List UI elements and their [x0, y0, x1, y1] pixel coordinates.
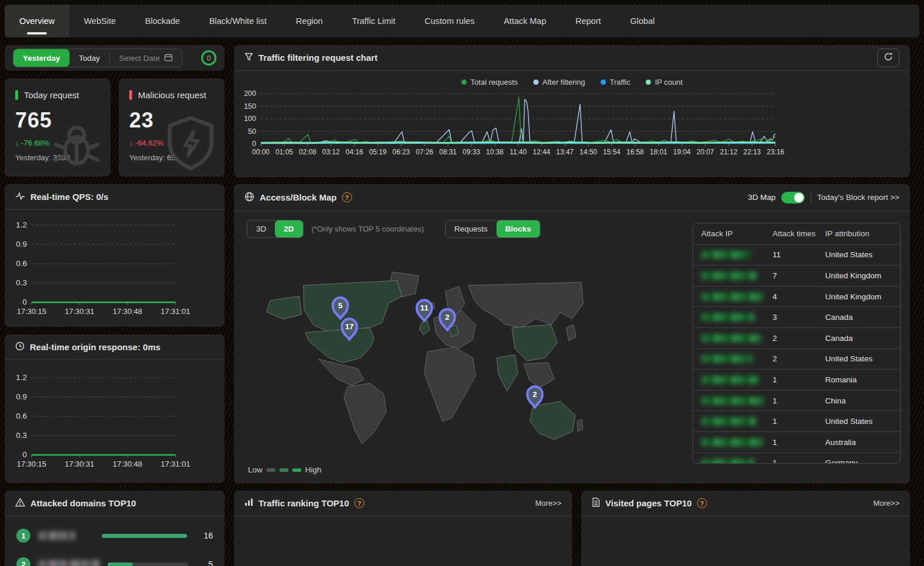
nav-tab-attack-map[interactable]: Attack Map [489, 5, 561, 37]
svg-text:17:30:31: 17:30:31 [65, 307, 95, 316]
calendar-icon [164, 53, 173, 63]
ip-attribution-value: Canada [817, 313, 900, 322]
access-block-map-panel: Access/Block Map ? 3D Map Today's Block … [234, 184, 910, 484]
visited-pages-more-link[interactable]: More>> [873, 499, 899, 508]
svg-text:01:05: 01:05 [275, 148, 293, 156]
masked-attack-ip [701, 417, 756, 425]
svg-text:21:12: 21:12 [720, 148, 737, 156]
svg-text:16:58: 16:58 [626, 148, 644, 156]
help-icon[interactable]: ? [354, 498, 364, 508]
svg-text:10:38: 10:38 [486, 148, 504, 156]
attack-times-value: 4 [764, 292, 817, 301]
svg-text:17:30:15: 17:30:15 [17, 460, 47, 468]
col-attack-ip: Attack IP [693, 229, 764, 238]
map-note: (*Only shows TOP 5 coordinates) [312, 225, 424, 233]
svg-text:100: 100 [244, 115, 256, 123]
map-legend-high-label: High [305, 465, 322, 474]
svg-text:03:12: 03:12 [322, 148, 340, 156]
attack-table-row: 4United Kingdom [693, 286, 900, 307]
date-filter-panel: Yesterday Today Select Date 0 [5, 45, 225, 71]
legend-item-total-requests[interactable]: Total requests [461, 78, 518, 87]
nav-tab-blockade[interactable]: Blockade [130, 5, 195, 37]
svg-text:17:30:48: 17:30:48 [113, 307, 143, 316]
nav-tab-custom-rules[interactable]: Custom rules [410, 5, 489, 37]
visited-pages-panel: Visited pages TOP10 ? More>> [581, 491, 910, 566]
domain-attack-count: 16 [195, 531, 213, 540]
attack-ip-table: Attack IPAttack timesIP attribution11Uni… [692, 223, 901, 464]
traffic-ranking-more-link[interactable]: More>> [535, 499, 561, 508]
svg-text:18:01: 18:01 [650, 148, 667, 156]
refresh-button[interactable] [877, 49, 899, 67]
map-2d-button[interactable]: 2D [275, 220, 302, 237]
warning-triangle-icon [15, 498, 25, 509]
map-pin-2[interactable]: 2 [527, 386, 543, 408]
red-marker [129, 90, 132, 100]
map-mode-switch: Requests Blocks [445, 220, 540, 238]
svg-text:0.9: 0.9 [16, 240, 27, 249]
nav-tab-region[interactable]: Region [281, 5, 337, 37]
nav-tab-traffic-limit[interactable]: Traffic Limit [337, 5, 410, 37]
panel-title: Traffic filtering request chart [258, 53, 377, 63]
attack-times-value: 7 [764, 271, 817, 280]
svg-text:05:19: 05:19 [369, 148, 387, 156]
attack-times-value: 1 [764, 458, 817, 464]
svg-text:04:16: 04:16 [346, 148, 363, 156]
svg-text:0.3: 0.3 [16, 278, 27, 287]
svg-text:22:13: 22:13 [743, 148, 761, 156]
panel-title: Visited pages TOP10 [605, 498, 692, 508]
map-pin-11[interactable]: 11 [417, 300, 432, 321]
domain-attack-bar-track [108, 562, 188, 566]
nav-tab-black-white-list[interactable]: Black/White list [195, 5, 281, 37]
col-attack-times: Attack times [764, 229, 817, 238]
ip-attribution-value: United Kingdom [817, 271, 900, 280]
legend-label: IP count [655, 78, 682, 87]
toggle-knob [794, 193, 804, 202]
masked-attack-ip [701, 313, 754, 321]
svg-text:17:30:15: 17:30:15 [17, 307, 47, 316]
nav-tab-global[interactable]: Global [616, 5, 670, 37]
nav-tab-website[interactable]: WebSite [69, 5, 130, 37]
domain-attack-bar [108, 562, 133, 566]
legend-label: Traffic [610, 78, 630, 87]
attack-table-row: 1China [693, 390, 900, 411]
panel-title: Real-time origin response: 0ms [30, 342, 160, 352]
select-date-button[interactable]: Select Date [110, 49, 182, 67]
svg-text:0: 0 [252, 140, 256, 148]
chart-legend: Total requestsAfter filteringTrafficIP c… [234, 76, 910, 88]
svg-text:0: 0 [22, 298, 27, 306]
divider [811, 193, 811, 202]
legend-item-ip-count[interactable]: IP count [646, 78, 682, 87]
svg-text:0.6: 0.6 [16, 412, 27, 420]
ip-attribution-value: United Kingdom [817, 292, 900, 301]
legend-item-after-filtering[interactable]: After filtering [533, 78, 585, 87]
attack-table-row: 3Canada [693, 306, 900, 327]
block-report-link[interactable]: Today's Block report >> [817, 193, 899, 202]
bar-chart-icon [244, 498, 253, 508]
svg-text:17:31:01: 17:31:01 [161, 460, 191, 468]
refresh-countdown-badge: 0 [201, 50, 216, 65]
help-icon[interactable]: ? [697, 498, 707, 508]
world-map[interactable]: 5171122 [246, 267, 585, 448]
svg-text:13:47: 13:47 [556, 148, 574, 156]
today-button[interactable]: Today [70, 49, 109, 67]
map-blocks-button[interactable]: Blocks [497, 220, 540, 237]
3d-map-toggle[interactable] [781, 192, 805, 203]
map-requests-button[interactable]: Requests [446, 220, 497, 237]
attack-table-header: Attack IPAttack timesIP attribution [693, 223, 900, 244]
nav-tab-overview[interactable]: Overview [5, 5, 69, 37]
yesterday-button[interactable]: Yesterday [13, 49, 70, 67]
attack-table-row: 1Romania [693, 369, 900, 390]
svg-text:5: 5 [338, 301, 343, 310]
legend-item-traffic[interactable]: Traffic [601, 78, 630, 87]
pulse-icon [15, 192, 25, 202]
svg-text:1.2: 1.2 [16, 220, 27, 229]
svg-text:0.6: 0.6 [16, 259, 27, 268]
svg-text:200: 200 [244, 89, 256, 98]
panel-title: Attacked domains TOP10 [30, 498, 136, 508]
attack-times-value: 1 [764, 417, 817, 426]
help-icon[interactable]: ? [342, 192, 352, 202]
map-3d-button[interactable]: 3D [247, 220, 275, 237]
svg-text:06:23: 06:23 [392, 148, 410, 156]
nav-tab-report[interactable]: Report [561, 5, 616, 37]
globe-icon [244, 192, 254, 203]
